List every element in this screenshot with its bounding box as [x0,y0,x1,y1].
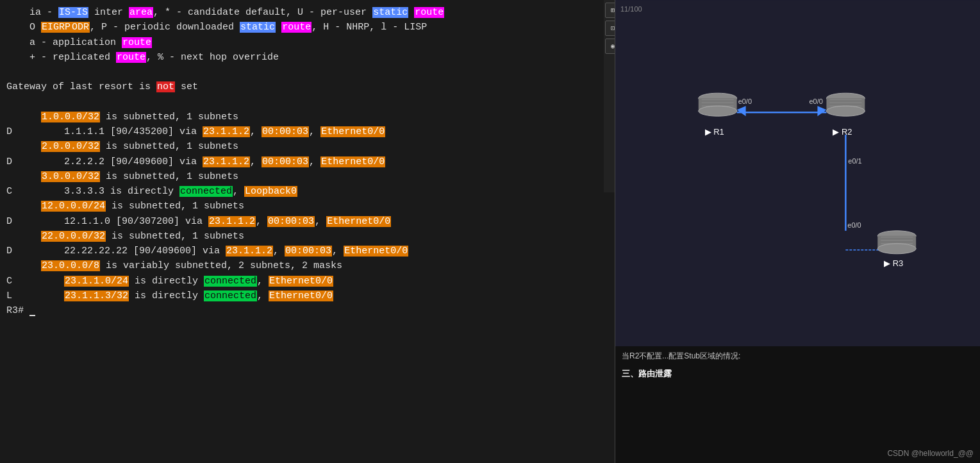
info-line-1: 当R2不配置...配置Stub区域的情况: [622,350,974,362]
terminal-line-subnet1: 1.0.0.0/32 is subnetted, 1 subnets [6,110,609,124]
port-e00-r1: e0/0 [738,97,752,105]
terminal-blank-2 [6,95,609,110]
port-e00-r3: e0/0 [847,221,861,229]
terminal-blank-1 [6,65,609,80]
r1-label: ▶ R1 [705,127,724,137]
terminal-line-d4: D 22.22.22.22 [90/409600] via 23.1.1.2, … [6,244,609,258]
terminal-line-subnet2: 2.0.0.0/32 is subnetted, 1 subnets [6,139,609,154]
terminal-line-d2: D 2.2.2.2 [90/409600] via 23.1.1.2, 00:0… [6,155,609,169]
terminal-line-1: ia - IS-IS inter area, * - candidate def… [6,5,609,20]
port-e01-r2: e0/1 [848,157,861,165]
terminal-panel: ia - IS-IS inter area, * - candidate def… [0,0,615,463]
bottom-info-panel: 当R2不配置...配置Stub区域的情况: 三、路由泄露 [615,346,980,463]
terminal-line-3: a - application route [6,35,609,50]
diagram-svg: ▶ R1 ▶ R2 ▶ R3 [615,0,980,346]
terminal-line-d1: D 1.1.1.1 [90/435200] via 23.1.1.2, 00:0… [6,124,609,139]
svg-rect-0 [615,0,980,346]
info-line-2: 三、路由泄露 [622,367,974,381]
right-panel: ⧉ 🔍 [615,0,980,463]
r3-label: ▶ R3 [884,258,903,268]
terminal-gateway: Gateway of last resort is not set [6,80,609,94]
port-e00-r2: e0/0 [809,97,822,105]
terminal-line-l1: L 23.1.1.3/32 is directly connected, Eth… [6,289,609,303]
svg-point-14 [826,106,865,116]
svg-point-20 [877,244,916,254]
terminal-line-c1: C 3.3.3.3 is directly connected, Loopbac… [6,184,609,199]
router-r2 [826,93,865,116]
terminal-line-subnet4: 12.0.0.0/24 is subnetted, 1 subnets [6,199,609,214]
terminal-line-subnet5: 22.0.0.0/32 is subnetted, 1 subnets [6,229,609,244]
page-number: 11/100 [620,5,642,13]
r2-label: ▶ R2 [833,127,852,137]
terminal-line-subnet6: 23.0.0.0/8 is variably subnetted, 2 subn… [6,258,609,273]
terminal-line-4: + - replicated route, % - next hop overr… [6,50,609,65]
terminal-line-2: O EIGRPODR, P - periodic downloaded stat… [6,20,609,35]
router-r3 [877,231,916,254]
terminal-line-subnet3: 3.0.0.0/32 is subnetted, 1 subnets [6,169,609,184]
watermark: CSDN @helloworld_@@ [887,449,974,458]
terminal-line-c2: C 23.1.1.0/24 is directly connected, Eth… [6,274,609,289]
network-diagram: ▶ R1 ▶ R2 ▶ R3 [615,0,980,346]
router-r1 [699,93,737,116]
terminal-prompt: R3# █ [6,303,609,318]
svg-point-8 [699,106,737,116]
terminal-line-d3: D 12.1.1.0 [90/307200] via 23.1.1.2, 00:… [6,214,609,229]
